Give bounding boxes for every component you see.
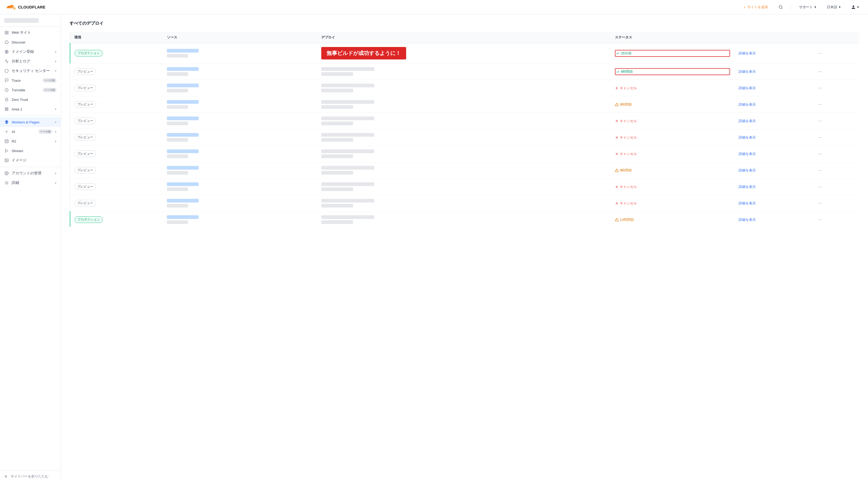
source-cell [163, 113, 317, 129]
sidebar-item-advanced[interactable]: 詳細 ▾ [0, 178, 61, 188]
more-cell: ··· [811, 179, 859, 195]
sidebar-item-trace[interactable]: Trace ベータ版 [0, 76, 61, 85]
topnav-actions: ＋ サイトを追加 サポート ▾ 日本語 ▾ ▾ [740, 3, 862, 11]
detail-link[interactable]: 詳細を表示 [739, 152, 756, 156]
source-cell [163, 80, 317, 96]
sidebar-item-security[interactable]: セキュリティ センター ▾ [0, 66, 61, 76]
status-success: 8時間前 [616, 69, 729, 74]
status-cell: 28分前 [611, 43, 734, 63]
user-icon [851, 5, 856, 9]
detail-link[interactable]: 詳細を表示 [739, 102, 756, 107]
status-cancel: キャンセル [615, 184, 730, 189]
more-button[interactable]: ··· [816, 200, 824, 207]
more-button[interactable]: ··· [816, 183, 824, 190]
chevron-right-icon-5: ▾ [55, 121, 57, 124]
sidebar-collapse-button[interactable]: サイドバーを折りたたむ [0, 471, 61, 482]
status-warning: 10時間前 [615, 217, 730, 222]
detail-link[interactable]: 詳細を表示 [739, 218, 756, 222]
env-cell: プレビュー [70, 179, 163, 195]
env-cell: プロダクション [70, 212, 163, 228]
search-button[interactable] [776, 3, 785, 11]
table-body: プロダクション 無事ビルドが成功するように！28分前詳細を表示···プレビュー … [70, 43, 860, 228]
sidebar-item-analytics[interactable]: 分析とログ ▾ [0, 57, 61, 66]
area1-icon [4, 107, 9, 112]
status-cell: 10時間前 [611, 212, 734, 228]
status-highlight-box: 28分前 [615, 50, 730, 57]
app-body: Web サイト Discover ドメイン登録 ▾ [0, 14, 868, 482]
col-header-src: ソース [163, 32, 317, 43]
detail-cell: 詳細を表示 [734, 63, 811, 80]
detail-link[interactable]: 詳細を表示 [739, 86, 756, 90]
sidebar-item-account-mgmt[interactable]: アカウントの管理 ▾ [0, 169, 61, 178]
env-cell: プレビュー [70, 96, 163, 113]
status-warning: 9時間前 [615, 168, 730, 173]
status-cell: キャンセル [611, 113, 734, 129]
more-cell: ··· [811, 43, 859, 63]
more-button[interactable]: ··· [816, 134, 824, 141]
more-cell: ··· [811, 162, 859, 179]
detail-link[interactable]: 詳細を表示 [739, 135, 756, 139]
logo[interactable]: CLOUDFLARE [6, 2, 45, 12]
deploy-cell [317, 195, 611, 212]
r2-icon [4, 139, 9, 144]
more-cell: ··· [811, 80, 859, 96]
user-button[interactable]: ▾ [849, 3, 862, 11]
detail-cell: 詳細を表示 [734, 80, 811, 96]
col-header-status: ステータス [611, 32, 734, 43]
detail-cell: 詳細を表示 [734, 129, 811, 146]
sidebar-item-zerotrust[interactable]: Zero Trust [0, 95, 61, 104]
language-button[interactable]: 日本語 ▾ [824, 3, 843, 11]
user-chevron: ▾ [857, 5, 859, 9]
sidebar-item-domain[interactable]: ドメイン登録 ▾ [0, 47, 61, 57]
detail-link[interactable]: 詳細を表示 [739, 119, 756, 123]
sidebar-account [0, 14, 61, 27]
sidebar: Web サイト Discover ドメイン登録 ▾ [0, 14, 61, 482]
sidebar-item-discover[interactable]: Discover [0, 37, 61, 47]
more-button[interactable]: ··· [816, 150, 824, 157]
source-cell [163, 96, 317, 113]
table-row: プレビュー キャンセル詳細を表示··· [70, 195, 860, 212]
detail-link[interactable]: 詳細を表示 [739, 185, 756, 189]
deploy-cell [317, 96, 611, 113]
analytics-icon [4, 59, 9, 64]
table-row: プロダクション 無事ビルドが成功するように！28分前詳細を表示··· [70, 43, 860, 63]
status-cancel: キャンセル [615, 152, 730, 156]
more-button[interactable]: ··· [816, 68, 824, 75]
sidebar-item-r2[interactable]: R2 ▾ [0, 137, 61, 146]
more-button[interactable]: ··· [816, 167, 824, 174]
add-site-button[interactable]: ＋ サイトを追加 [740, 3, 771, 11]
detail-link[interactable]: 詳細を表示 [739, 168, 756, 172]
discover-icon [4, 40, 9, 44]
more-button[interactable]: ··· [816, 50, 824, 57]
more-cell: ··· [811, 146, 859, 162]
sidebar-item-workers[interactable]: Workers & Pages ▾ [0, 117, 61, 127]
chevron-right-icon-7: ▾ [55, 140, 57, 143]
more-button[interactable]: ··· [816, 101, 824, 108]
more-button[interactable]: ··· [816, 85, 824, 92]
status-cancel: キャンセル [615, 135, 730, 140]
table-row: プレビュー キャンセル詳細を表示··· [70, 179, 860, 195]
detail-cell: 詳細を表示 [734, 146, 811, 162]
nav-divider [791, 4, 791, 10]
more-button[interactable]: ··· [816, 216, 824, 223]
detail-cell: 詳細を表示 [734, 195, 811, 212]
detail-link[interactable]: 詳細を表示 [739, 69, 756, 73]
svg-rect-3 [7, 31, 8, 32]
detail-link[interactable]: 詳細を表示 [739, 51, 756, 55]
col-header-deploy: デプロイ [317, 32, 611, 43]
detail-link[interactable]: 詳細を表示 [739, 201, 756, 205]
table-row: プレビュー 8時間前詳細を表示··· [70, 63, 860, 80]
sidebar-item-area1[interactable]: Area 1 ▾ [0, 104, 61, 114]
more-button[interactable]: ··· [816, 118, 824, 124]
col-header-more [811, 32, 859, 43]
sidebar-item-images[interactable]: イメージ [0, 155, 61, 165]
sidebar-item-turnstile[interactable]: Turnstile ベータ版 [0, 85, 61, 95]
table-row: プロダクション 10時間前詳細を表示··· [70, 212, 860, 228]
sidebar-item-websites[interactable]: Web サイト [0, 28, 61, 37]
zerotrust-icon [4, 97, 9, 102]
support-button[interactable]: サポート ▾ [796, 3, 819, 11]
sidebar-item-stream[interactable]: Stream [0, 146, 61, 155]
env-cell: プレビュー [70, 113, 163, 129]
sidebar-item-ai[interactable]: AI ベータ版 ▾ [0, 127, 61, 137]
env-cell: プレビュー [70, 129, 163, 146]
